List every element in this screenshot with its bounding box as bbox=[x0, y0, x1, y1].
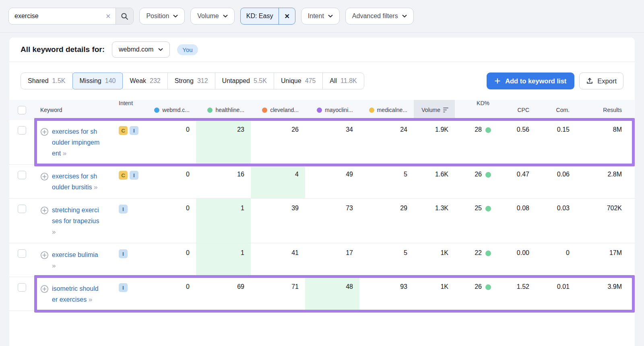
results-column-header[interactable]: Results bbox=[578, 100, 635, 120]
keywords-table: Keyword Intent webmd.c... healthline... … bbox=[9, 100, 635, 311]
search-button[interactable] bbox=[116, 8, 133, 24]
results-cell: 702K bbox=[578, 199, 635, 243]
competitor-column-header[interactable]: medicalne... bbox=[359, 100, 414, 120]
cpc-cell: 0.47 bbox=[495, 165, 537, 198]
tab-all[interactable]: All 11.8K bbox=[322, 73, 364, 89]
kd-value: 22 bbox=[475, 249, 482, 257]
advanced-filters-dropdown[interactable]: Advanced filters bbox=[345, 8, 414, 25]
keyword-column-header[interactable]: Keyword bbox=[34, 100, 119, 120]
table-row: exercise bulimia » I 0 1 41 17 5 1K 22 0… bbox=[9, 243, 635, 277]
competitor-column-header[interactable]: mayoclini... bbox=[305, 100, 359, 120]
expand-keyword-icon[interactable] bbox=[40, 206, 49, 237]
kd-cell: 25 bbox=[455, 199, 495, 243]
position-cell-webmd: 0 bbox=[144, 120, 196, 164]
position-filter-label: Position bbox=[146, 12, 169, 20]
row-checkbox[interactable] bbox=[18, 205, 26, 213]
row-checkbox[interactable] bbox=[18, 249, 26, 258]
remove-kd-filter-icon[interactable]: ✕ bbox=[279, 8, 295, 24]
position-cell-mayoclinic: 48 bbox=[305, 277, 359, 311]
keyword-link[interactable]: isometric shoulder exercises » bbox=[52, 285, 99, 303]
tab-count: 475 bbox=[305, 77, 316, 85]
expand-keyword-icon[interactable] bbox=[40, 251, 49, 271]
open-keyword-icon[interactable]: » bbox=[89, 296, 91, 303]
position-cell-medicalnews: 5 bbox=[359, 243, 414, 277]
intent-cell: I bbox=[119, 277, 144, 311]
position-cell-cleveland: 26 bbox=[251, 120, 305, 164]
tab-untapped[interactable]: Untapped 5.5K bbox=[215, 73, 274, 89]
position-filter-dropdown[interactable]: Position bbox=[139, 8, 185, 25]
export-icon bbox=[586, 77, 593, 85]
expand-keyword-icon[interactable] bbox=[40, 128, 49, 159]
intent-badge-i: I bbox=[119, 283, 128, 292]
tab-label: Shared bbox=[28, 77, 49, 85]
intent-column-header[interactable]: Intent bbox=[119, 100, 144, 120]
position-cell-medicalnews: 93 bbox=[359, 277, 414, 311]
tab-shared[interactable]: Shared 1.5K bbox=[21, 73, 73, 89]
add-to-keyword-list-button[interactable]: Add to keyword list bbox=[487, 73, 574, 89]
tab-label: Unique bbox=[281, 77, 301, 85]
keyword-cell: exercises for shoulder bursitis » bbox=[34, 165, 119, 198]
competitor-domain-label: mayoclini... bbox=[325, 107, 353, 113]
tab-unique[interactable]: Unique 475 bbox=[274, 73, 323, 89]
expand-keyword-icon[interactable] bbox=[40, 285, 49, 305]
row-body: stretching exercises for trapezius » I 0… bbox=[34, 199, 635, 243]
kd-cell: 26 bbox=[455, 165, 495, 198]
volume-filter-dropdown[interactable]: Volume bbox=[190, 8, 234, 25]
keyword-text: isometric shoulder exercises bbox=[52, 285, 99, 303]
row-body: isometric shoulder exercises » I 0 69 71… bbox=[34, 277, 635, 311]
tab-strong[interactable]: Strong 312 bbox=[167, 73, 215, 89]
competitor-column-header[interactable]: healthline... bbox=[196, 100, 251, 120]
keyword-link[interactable]: exercise bulimia » bbox=[52, 251, 98, 269]
competitor-column-header[interactable]: cleveland... bbox=[251, 100, 305, 120]
domain-select[interactable]: webmd.com bbox=[112, 41, 170, 58]
competitor-column-header[interactable]: webmd.c... bbox=[144, 100, 196, 120]
open-keyword-icon[interactable]: » bbox=[52, 228, 55, 236]
tab-weak[interactable]: Weak 232 bbox=[122, 73, 167, 89]
position-cell-healthline: 16 bbox=[196, 165, 251, 198]
open-keyword-icon[interactable]: » bbox=[94, 183, 97, 191]
intent-badge-i: I bbox=[130, 126, 138, 135]
tab-count: 1.5K bbox=[52, 77, 66, 85]
domain-color-dot-icon bbox=[369, 108, 374, 113]
keyword-link[interactable]: stretching exercises for trapezius » bbox=[52, 207, 99, 235]
position-cell-medicalnews: 29 bbox=[359, 199, 414, 243]
position-cell-webmd: 0 bbox=[144, 243, 196, 277]
keyword-link[interactable]: exercises for shoulder impingement » bbox=[52, 128, 99, 157]
kd-column-header[interactable]: KD% bbox=[455, 100, 495, 120]
kd-difficulty-dot-icon bbox=[485, 251, 491, 256]
intent-badge-i: I bbox=[130, 171, 138, 180]
tab-missing[interactable]: Missing 140 bbox=[72, 73, 123, 89]
details-label: All keyword details for: bbox=[21, 45, 105, 54]
select-all-checkbox[interactable] bbox=[18, 106, 26, 114]
export-button[interactable]: Export bbox=[579, 73, 623, 89]
tab-label: Untapped bbox=[222, 77, 250, 85]
cpc-column-header[interactable]: CPC bbox=[495, 100, 537, 120]
expand-keyword-icon[interactable] bbox=[40, 172, 49, 193]
search-input[interactable] bbox=[9, 8, 101, 24]
table-row: exercises for shoulder bursitis » CI 0 1… bbox=[9, 165, 635, 199]
keyword-cell: exercises for shoulder impingement » bbox=[34, 120, 119, 164]
row-checkbox[interactable] bbox=[18, 126, 26, 135]
clear-search-icon[interactable]: ✕ bbox=[101, 8, 116, 24]
results-cell: 8M bbox=[578, 120, 635, 164]
volume-column-header[interactable]: Volume bbox=[414, 100, 455, 120]
domain-color-dot-icon bbox=[262, 108, 267, 113]
intent-filter-label: Intent bbox=[308, 12, 324, 20]
position-cell-webmd: 0 bbox=[144, 199, 196, 243]
tab-label: Weak bbox=[130, 77, 146, 85]
com-column-header[interactable]: Com. bbox=[537, 100, 578, 120]
keyword-link[interactable]: exercises for shoulder bursitis » bbox=[52, 173, 97, 191]
chevron-down-icon bbox=[173, 15, 178, 18]
row-checkbox[interactable] bbox=[18, 283, 26, 292]
row-checkbox[interactable] bbox=[18, 171, 26, 179]
domain-color-dot-icon bbox=[317, 108, 322, 113]
open-keyword-icon[interactable]: » bbox=[63, 149, 66, 157]
keyword-gap-panel: All keyword details for: webmd.com You S… bbox=[9, 37, 635, 346]
details-bar: All keyword details for: webmd.com You bbox=[9, 37, 635, 62]
intent-filter-dropdown[interactable]: Intent bbox=[301, 8, 340, 25]
open-keyword-icon[interactable]: » bbox=[52, 262, 55, 269]
volume-filter-label: Volume bbox=[197, 12, 219, 20]
table-row: stretching exercises for trapezius » I 0… bbox=[9, 199, 635, 243]
volume-column-label: Volume bbox=[421, 107, 440, 113]
cpc-cell: 1.52 bbox=[495, 277, 537, 311]
